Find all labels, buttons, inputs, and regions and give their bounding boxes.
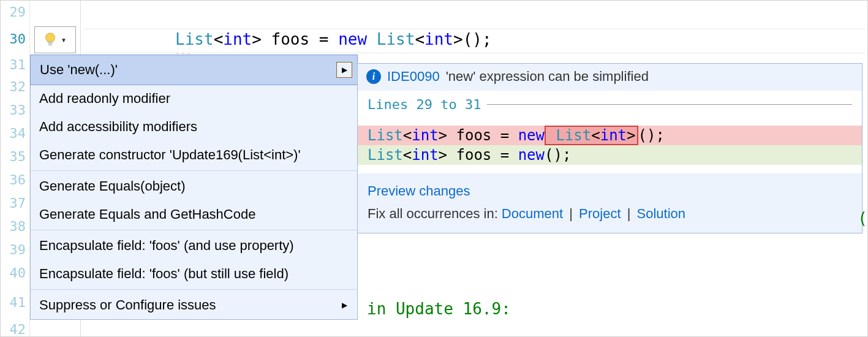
- token-keyword: int: [425, 30, 453, 48]
- preview-body: Lines 29 to 31 List<int> foos = new List…: [358, 91, 862, 173]
- menu-separator: [31, 170, 357, 171]
- fix-project-link[interactable]: Project: [579, 206, 621, 221]
- token-type: List: [377, 30, 415, 48]
- code-fragment: (: [858, 209, 867, 227]
- token-keyword: int: [412, 127, 438, 144]
- diagnostic-message: 'new' expression can be simplified: [446, 69, 649, 85]
- lightbulb-button[interactable]: ▼: [34, 26, 76, 53]
- fix-all-label: Fix all occurrences in:: [368, 206, 502, 221]
- menu-item-label: Encapsulate field: 'foos' (but still use…: [39, 266, 289, 282]
- menu-separator: [31, 289, 357, 290]
- token-type: List: [368, 127, 403, 144]
- token-punct: ();: [545, 146, 571, 164]
- token-text: > foos =: [439, 146, 518, 164]
- rule-line: [487, 104, 852, 105]
- menu-item-suppress-configure[interactable]: Suppress or Configure issues ▶: [31, 291, 357, 319]
- menu-item-label: Generate Equals(object): [39, 178, 185, 194]
- menu-item-label: Generate Equals and GetHashCode: [39, 206, 255, 222]
- line-number: 32: [10, 79, 26, 94]
- diff-deleted-span: List<int>: [545, 126, 638, 145]
- token-punct: <: [214, 30, 224, 48]
- menu-item-label: Use 'new(...)': [40, 62, 118, 78]
- token-keyword: new: [518, 146, 545, 164]
- token-punct: >: [627, 127, 635, 144]
- label-number: 29: [416, 97, 432, 112]
- submenu-arrow-icon: ▶: [336, 62, 352, 78]
- menu-item-label: Suppress or Configure issues: [39, 297, 216, 313]
- diff-line-before: List<int> foos = new List<int>();: [358, 126, 862, 145]
- line-number: 31: [10, 57, 26, 72]
- line-number: 35: [10, 149, 26, 164]
- editor-window: 29 30 31 32 33 34 35 36 37 38 39 40 41 4…: [0, 0, 868, 337]
- line-number: 38: [10, 219, 26, 234]
- line-number-gutter: 29 30 31 32 33 34 35 36 37 38 39 40 41 4…: [1, 1, 30, 336]
- code-comment: in Update 16.9:: [367, 300, 511, 318]
- token-type: List: [368, 146, 403, 164]
- token-punct: <: [403, 127, 412, 144]
- separator: |: [621, 206, 637, 221]
- menu-item-use-new[interactable]: Use 'new(...)' ▶: [30, 55, 358, 85]
- line-number: 42: [10, 322, 26, 337]
- preview-lines-label: Lines 29 to 31: [358, 97, 862, 115]
- line-number: 29: [10, 4, 26, 20]
- fix-solution-link[interactable]: Solution: [637, 206, 686, 221]
- info-icon: i: [366, 69, 381, 84]
- chevron-down-icon: ▼: [61, 37, 67, 44]
- menu-item-encapsulate-field[interactable]: Encapsulate field: 'foos' (but still use…: [31, 260, 357, 288]
- token-punct: <: [403, 146, 412, 164]
- token-punct: <: [415, 30, 425, 48]
- menu-item-label: Add accessibility modifiers: [39, 119, 197, 135]
- line-number: 34: [10, 126, 26, 141]
- token-space: [547, 127, 556, 144]
- token-keyword: int: [223, 30, 252, 48]
- preview-panel: i IDE0090 'new' expression can be simpli…: [357, 63, 862, 233]
- menu-item-generate-equals[interactable]: Generate Equals(object): [31, 172, 357, 200]
- preview-changes-link[interactable]: Preview changes: [368, 183, 470, 199]
- token-keyword: int: [412, 146, 438, 164]
- preview-header: i IDE0090 'new' expression can be simpli…: [358, 64, 862, 91]
- token-keyword: int: [600, 127, 627, 144]
- line-number: 40: [10, 265, 26, 281]
- fix-document-link[interactable]: Document: [502, 206, 563, 221]
- token-punct: ();: [638, 127, 665, 144]
- token-type: List: [556, 127, 591, 144]
- token-text: > foos =: [439, 127, 518, 144]
- token-space: [367, 30, 377, 48]
- token-punct: >: [252, 30, 271, 48]
- line-number: 39: [10, 242, 26, 257]
- label-text: Lines: [368, 97, 416, 112]
- token-keyword: new: [518, 127, 545, 144]
- svg-rect-0: [48, 42, 52, 44]
- line-number: 30: [10, 31, 26, 47]
- menu-item-add-readonly[interactable]: Add readonly modifier: [31, 85, 357, 113]
- token-punct: >();: [453, 30, 492, 48]
- menu-item-generate-constructor[interactable]: Generate constructor 'Update169(List<int…: [31, 141, 357, 169]
- submenu-arrow-icon: ▶: [342, 301, 347, 309]
- token-punct: <: [591, 127, 600, 144]
- label-text: to: [432, 97, 465, 112]
- diff-line-after: List<int> foos = new();: [358, 145, 862, 165]
- token-punct: =: [309, 30, 338, 48]
- quick-actions-menu: Use 'new(...)' ▶ Add readonly modifier A…: [30, 55, 358, 320]
- line-number: 37: [10, 195, 26, 211]
- menu-item-generate-equals-hashcode[interactable]: Generate Equals and GetHashCode: [31, 200, 357, 229]
- code-line[interactable]: List<int> foos = new List<int>();: [175, 30, 492, 48]
- preview-footer: Preview changes Fix all occurrences in: …: [358, 173, 862, 233]
- line-number: 33: [10, 102, 26, 118]
- diagnostic-code: IDE0090: [387, 69, 440, 85]
- line-number: 41: [10, 295, 26, 310]
- menu-item-label: Add readonly modifier: [39, 91, 170, 107]
- svg-rect-1: [48, 44, 52, 45]
- menu-separator: [31, 230, 357, 230]
- menu-item-label: Generate constructor 'Update169(List<int…: [39, 147, 301, 163]
- token-identifier: foos: [271, 30, 310, 48]
- menu-item-encapsulate-property[interactable]: Encapsulate field: 'foos' (and use prope…: [31, 232, 357, 260]
- line-number: 36: [10, 172, 26, 187]
- menu-item-add-accessibility[interactable]: Add accessibility modifiers: [31, 113, 357, 141]
- lightbulb-icon: [43, 32, 57, 48]
- separator: |: [563, 206, 579, 221]
- label-number: 31: [465, 97, 481, 112]
- token-type: List: [175, 30, 214, 48]
- token-keyword: new: [338, 30, 367, 48]
- menu-item-label: Encapsulate field: 'foos' (and use prope…: [39, 238, 294, 254]
